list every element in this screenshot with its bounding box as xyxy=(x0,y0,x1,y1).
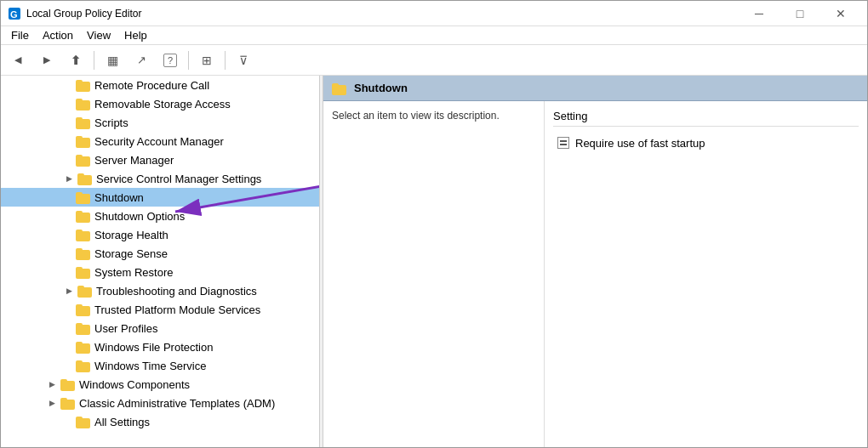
tree-item-label: Remote Procedure Call xyxy=(94,79,209,92)
folder-icon xyxy=(60,396,76,410)
tree-item-label: Classic Administrative Templates (ADM) xyxy=(79,397,275,410)
settings-item-fast-startup[interactable]: Require use of fast startup xyxy=(553,133,859,152)
tree-item-scripts[interactable]: Scripts xyxy=(1,113,319,132)
folder-icon xyxy=(76,190,91,204)
tree-item-service-control-manager[interactable]: ▶ Service Control Manager Settings xyxy=(1,169,319,188)
show-hide-button[interactable]: ▦ xyxy=(99,48,126,72)
tree-item-server-manager[interactable]: Server Manager xyxy=(1,150,319,169)
tree-item-label: User Profiles xyxy=(94,322,157,335)
main-window: G Local Group Policy Editor ─ □ ✕ File A… xyxy=(0,0,868,448)
tree-item-classic-admin[interactable]: ▶ Classic Administrative Templates (ADM) xyxy=(1,394,319,412)
tree-item-user-profiles[interactable]: User Profiles xyxy=(1,319,319,337)
menu-file[interactable]: File xyxy=(4,27,36,43)
policy-item-icon xyxy=(557,136,570,150)
filter-button[interactable]: ⊽ xyxy=(230,48,257,72)
folder-icon xyxy=(76,321,91,335)
tree-item-label: Windows File Protection xyxy=(94,341,213,354)
menu-action[interactable]: Action xyxy=(36,27,80,43)
folder-icon xyxy=(76,415,91,428)
tree-item-label: Security Account Manager xyxy=(94,135,224,148)
tree-item-label: Storage Sense xyxy=(94,247,168,260)
right-panel-title: Shutdown xyxy=(354,82,408,94)
folder-icon xyxy=(76,153,91,167)
tree-item-trusted-platform[interactable]: Trusted Platform Module Services xyxy=(1,300,319,319)
tree-item-removable-storage[interactable]: Removable Storage Access xyxy=(1,94,319,113)
help-button[interactable]: ? xyxy=(157,48,184,72)
title-bar: G Local Group Policy Editor ─ □ ✕ xyxy=(1,1,867,26)
tree-item-label: Trusted Platform Module Services xyxy=(94,303,260,316)
folder-icon xyxy=(76,359,91,372)
tree-item-all-settings[interactable]: All Settings xyxy=(1,412,319,431)
tree-item-system-restore[interactable]: System Restore xyxy=(1,263,319,281)
right-pane: Shutdown Select an item to view its desc… xyxy=(323,76,867,447)
up-icon: ⬆ xyxy=(71,54,81,67)
tree-item-label: Shutdown xyxy=(94,191,144,204)
expand-arrow-icon: ▶ xyxy=(62,286,76,295)
right-panel-header: Shutdown xyxy=(323,76,867,101)
restore-button[interactable]: □ xyxy=(780,3,819,24)
menu-bar: File Action View Help xyxy=(1,26,867,45)
svg-text:G: G xyxy=(10,9,18,20)
show-hide-icon: ▦ xyxy=(107,54,118,67)
folder-icon xyxy=(76,265,91,279)
minimize-button[interactable]: ─ xyxy=(740,3,779,24)
description-pane: Select an item to view its description. xyxy=(323,101,545,447)
tree-item-security-account-manager[interactable]: Security Account Manager xyxy=(1,132,319,150)
tree-item-remote-procedure-call[interactable]: Remote Procedure Call xyxy=(1,76,319,94)
close-button[interactable]: ✕ xyxy=(821,3,860,24)
title-bar-controls: ─ □ ✕ xyxy=(740,3,860,24)
back-button[interactable]: ◀ xyxy=(4,48,31,72)
main-content: Remote Procedure Call Removable Storage … xyxy=(1,76,867,447)
folder-icon xyxy=(77,172,93,185)
up-button[interactable]: ⬆ xyxy=(62,48,89,72)
folder-icon xyxy=(76,97,91,111)
toolbar-separator-2 xyxy=(188,51,189,70)
expand-arrow-icon: ▶ xyxy=(45,399,59,407)
filter-icon: ⊽ xyxy=(239,54,248,67)
tree-item-windows-file-protection[interactable]: Windows File Protection xyxy=(1,337,319,356)
policy-icon-line-2 xyxy=(560,144,567,145)
menu-view[interactable]: View xyxy=(80,27,117,43)
tree-pane[interactable]: Remote Procedure Call Removable Storage … xyxy=(1,76,320,447)
back-icon: ◀ xyxy=(14,54,21,65)
policy-icon-shape xyxy=(557,137,569,149)
description-text: Select an item to view its description. xyxy=(332,110,500,122)
menu-help[interactable]: Help xyxy=(117,27,154,43)
tree-item-label: Shutdown Options xyxy=(94,210,185,223)
forward-button[interactable]: ▶ xyxy=(33,48,60,72)
folder-icon xyxy=(60,377,76,391)
title-bar-left: G Local Group Policy Editor xyxy=(8,7,141,20)
folder-icon xyxy=(76,116,91,129)
tree-item-label: Service Control Manager Settings xyxy=(96,173,261,185)
settings-pane: Setting Require use of fast startup xyxy=(545,101,867,447)
folder-icon xyxy=(76,134,91,148)
right-header-folder-icon xyxy=(332,82,347,95)
tree-item-storage-sense[interactable]: Storage Sense xyxy=(1,244,319,263)
tree-item-windows-components[interactable]: ▶ Windows Components xyxy=(1,375,319,394)
folder-icon xyxy=(76,247,91,260)
folder-icon xyxy=(77,284,93,298)
toolbar-separator-3 xyxy=(225,51,226,70)
export-button[interactable]: ↗ xyxy=(128,48,155,72)
app-icon: G xyxy=(8,7,21,20)
settings-column-header: Setting xyxy=(553,110,859,127)
tree-item-label: Scripts xyxy=(94,116,128,129)
tree-item-label: Removable Storage Access xyxy=(94,98,231,111)
expand-arrow-icon: ▶ xyxy=(45,380,59,388)
forward-icon: ▶ xyxy=(43,54,50,65)
help-icon: ? xyxy=(163,54,177,67)
tree-item-windows-time-service[interactable]: Windows Time Service xyxy=(1,356,319,375)
expand-arrow-icon: ▶ xyxy=(62,174,76,183)
toolbar-separator-1 xyxy=(94,51,94,70)
tree-item-troubleshooting[interactable]: ▶ Troubleshooting and Diagnostics xyxy=(1,281,319,300)
tree-item-label: Troubleshooting and Diagnostics xyxy=(96,285,257,298)
toolbar: ◀ ▶ ⬆ ▦ ↗ ? ⊞ ⊽ xyxy=(1,45,867,76)
folder-icon xyxy=(76,78,91,92)
policy-icon-line-1 xyxy=(560,140,567,142)
tree-item-storage-health[interactable]: Storage Health xyxy=(1,225,319,244)
tree-item-label: System Restore xyxy=(94,266,173,279)
tree-item-shutdown[interactable]: Shutdown xyxy=(1,188,319,207)
tree-item-shutdown-options[interactable]: Shutdown Options xyxy=(1,207,319,225)
window-title: Local Group Policy Editor xyxy=(26,8,141,20)
view-button[interactable]: ⊞ xyxy=(193,48,220,72)
